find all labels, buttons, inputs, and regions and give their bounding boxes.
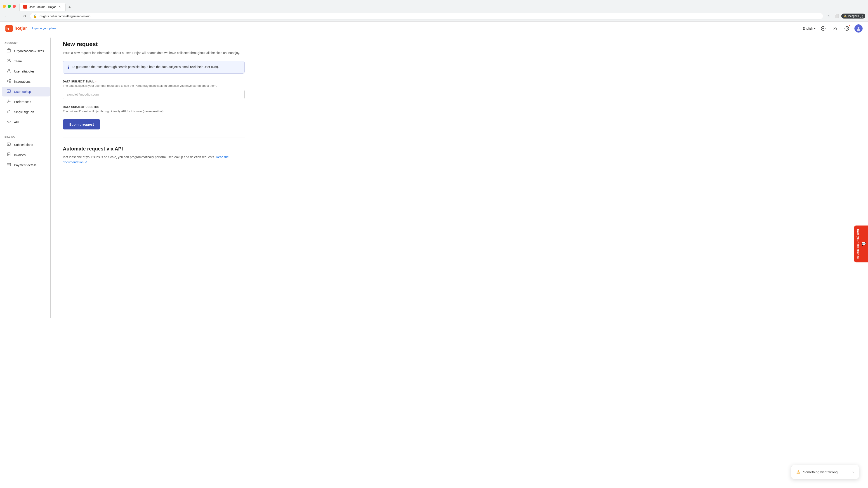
payment-details-icon: [6, 162, 11, 168]
sidebar-item-organizations[interactable]: Organizations & sites: [2, 46, 50, 56]
user-attributes-icon: [6, 69, 11, 74]
sso-icon: [6, 109, 11, 115]
tab-close-button[interactable]: ✕: [58, 5, 62, 9]
bookmark-button[interactable]: ☆: [825, 12, 832, 20]
email-input[interactable]: [63, 90, 245, 99]
add-user-button[interactable]: [831, 24, 839, 33]
organizations-icon: [6, 48, 11, 54]
sidebar-item-sso[interactable]: Single sign-on: [2, 107, 50, 117]
sidebar-scrollbar[interactable]: [51, 37, 51, 318]
maximize-button[interactable]: [8, 5, 11, 8]
sidebar-item-invoices[interactable]: Invoices: [2, 150, 50, 160]
sidebar: Account Organizations & sites Team User …: [0, 35, 52, 488]
incognito-badge: 🕵 Incognito (2): [841, 13, 865, 19]
new-tab-button[interactable]: +: [66, 4, 73, 11]
user-lookup-icon: [6, 89, 11, 94]
tab-favicon: [23, 5, 27, 8]
main-content: New request Issue a new request for info…: [52, 35, 868, 488]
language-selector[interactable]: English ▾: [803, 27, 815, 30]
integrations-label: Integrations: [14, 80, 31, 84]
svg-point-13: [8, 69, 10, 71]
user-ids-label: Data subject user ids: [63, 105, 245, 109]
subscriptions-label: Subscriptions: [14, 143, 33, 147]
automate-description: If at least one of your sites is on Scal…: [63, 155, 245, 165]
svg-point-8: [857, 29, 860, 31]
language-dropdown-icon: ▾: [814, 27, 815, 30]
close-window-button[interactable]: [13, 5, 16, 8]
user-ids-description: The unique ID sent to Hotjar through ide…: [63, 109, 245, 113]
required-star: *: [95, 80, 96, 83]
browser-chrome: User Lookup - Hotjar ✕ + ← → ↻ 🔒 insight…: [0, 0, 868, 22]
user-avatar[interactable]: [855, 24, 863, 33]
rate-experience-sidebar[interactable]: 💬 Rate your experience: [854, 225, 868, 262]
language-label: English: [803, 27, 813, 30]
svg-point-4: [834, 27, 835, 29]
svg-rect-23: [7, 163, 11, 166]
toast-arrow[interactable]: ›: [852, 470, 854, 475]
minimize-button[interactable]: [3, 5, 6, 8]
incognito-icon: 🕵: [844, 14, 847, 18]
invoices-label: Invoices: [14, 153, 26, 157]
account-section-label: Account: [0, 39, 52, 46]
tab-title: User Lookup - Hotjar: [29, 5, 56, 8]
header-left: h hotjar Upgrade your plans: [5, 25, 56, 32]
submit-request-button[interactable]: Submit request: [63, 119, 100, 129]
active-tab[interactable]: User Lookup - Hotjar ✕: [20, 3, 66, 11]
preferences-label: Preferences: [14, 100, 31, 104]
team-icon: [6, 59, 11, 64]
svg-point-15: [9, 79, 11, 80]
info-box-text: To guarantee the most thorough search po…: [72, 65, 219, 69]
sidebar-item-team[interactable]: Team: [2, 56, 50, 66]
app-header: h hotjar Upgrade your plans English ▾ ?: [0, 22, 868, 35]
svg-point-14: [7, 80, 8, 82]
svg-rect-21: [7, 143, 10, 145]
sidebar-item-integrations[interactable]: Integrations: [2, 76, 50, 86]
back-button[interactable]: ←: [3, 12, 10, 20]
sidebar-divider: [0, 130, 52, 130]
sidebar-item-preferences[interactable]: Preferences: [2, 97, 50, 107]
subscriptions-icon: [6, 142, 11, 147]
error-toast: ⚠ Something went wrong ›: [791, 465, 859, 479]
header-right: English ▾ ?: [803, 24, 863, 33]
sidebar-item-subscriptions[interactable]: Subscriptions: [2, 140, 50, 150]
invoices-icon: [6, 152, 11, 158]
svg-point-11: [8, 59, 9, 61]
address-bar-row: ← → ↻ 🔒 insights.hotjar.com/settings/use…: [0, 11, 868, 22]
user-lookup-label: User lookup: [14, 90, 31, 94]
split-view-button[interactable]: ⬜: [833, 12, 840, 20]
incognito-label: Incognito (2): [848, 14, 863, 18]
browser-titlebar: User Lookup - Hotjar ✕ +: [0, 0, 868, 11]
page-title: New request: [63, 41, 245, 48]
upgrade-link[interactable]: Upgrade your plans: [31, 27, 56, 30]
sidebar-item-api[interactable]: API: [2, 117, 50, 127]
rate-experience-label: Rate your experience: [857, 229, 860, 259]
payment-details-label: Payment details: [14, 163, 37, 167]
app-layout: Account Organizations & sites Team User …: [0, 35, 868, 488]
logo-text: hotjar: [14, 26, 27, 31]
browser-actions: ☆ ⬜ 🕵 Incognito (2): [825, 12, 865, 20]
forward-button[interactable]: →: [12, 12, 19, 20]
team-label: Team: [14, 59, 22, 63]
address-bar[interactable]: 🔒 insights.hotjar.com/settings/user-look…: [30, 13, 823, 20]
sidebar-item-payment-details[interactable]: Payment details: [2, 160, 50, 170]
svg-rect-9: [7, 50, 11, 52]
reload-button[interactable]: ↻: [21, 12, 28, 20]
svg-point-16: [9, 82, 11, 83]
svg-text:h: h: [6, 26, 9, 31]
sso-label: Single sign-on: [14, 110, 34, 114]
automate-title: Automate request via API: [63, 146, 245, 152]
sidebar-item-user-lookup[interactable]: User lookup: [2, 87, 50, 96]
svg-point-7: [858, 27, 860, 29]
toast-warning-icon: ⚠: [796, 469, 800, 475]
user-attributes-label: User attributes: [14, 70, 35, 73]
help-button[interactable]: ?: [843, 24, 851, 33]
sidebar-item-user-attributes[interactable]: User attributes: [2, 66, 50, 76]
toast-message: Something went wrong: [803, 470, 838, 474]
hotjar-tools-button[interactable]: [819, 24, 827, 33]
integrations-icon: [6, 79, 11, 84]
url-text: insights.hotjar.com/settings/user-lookup: [39, 14, 90, 18]
info-icon: ℹ: [68, 65, 69, 70]
window-controls: [3, 5, 16, 8]
preferences-icon: [6, 99, 11, 104]
email-section: DATA SUBJECT EMAIL * The data subject is…: [63, 80, 245, 99]
